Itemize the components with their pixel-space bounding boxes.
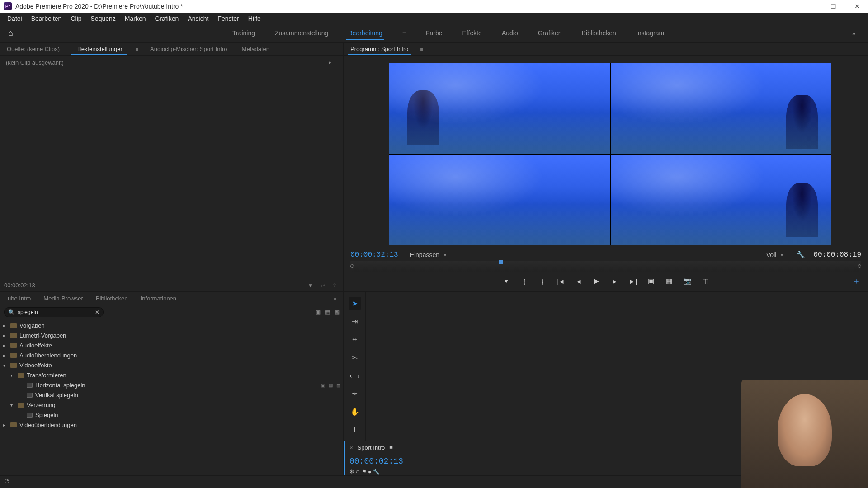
effect-spiegeln[interactable]: Spiegeln (0, 410, 343, 420)
menu-sequenz[interactable]: Sequenz (86, 13, 120, 24)
mark-out-icon[interactable]: } (538, 276, 547, 286)
workspace-grafiken[interactable]: Grafiken (536, 27, 564, 40)
sequence-name[interactable]: Sport Intro (358, 444, 385, 451)
slip-tool[interactable]: ⟷ (349, 369, 361, 382)
tree-audioueberblendungen[interactable]: ▸Audioüberblendungen (0, 350, 343, 360)
window-title: Adobe Premiere Pro 2020 - D:\Premiere Pr… (15, 3, 183, 10)
comparison-icon[interactable]: ◫ (700, 276, 710, 286)
hand-tool[interactable]: ✋ (349, 405, 361, 418)
tree-transformieren[interactable]: ▾Transformieren (0, 370, 343, 380)
go-to-in-icon[interactable]: |◄ (556, 276, 566, 286)
menu-marken[interactable]: Marken (120, 13, 151, 24)
workspace-overflow-icon[interactable]: » (847, 30, 860, 37)
tree-audioeffekte[interactable]: ▸Audioeffekte (0, 340, 343, 350)
ripple-edit-tool[interactable]: ↔ (349, 333, 361, 346)
workspace-audio[interactable]: Audio (500, 27, 520, 40)
wrench-tl-icon[interactable]: 🔧 (373, 469, 380, 475)
zoom-fit-dropdown[interactable]: Einpassen (410, 251, 439, 258)
tabs-overflow-icon[interactable]: » (330, 295, 340, 302)
tab-bibliotheken[interactable]: Bibliotheken (91, 293, 132, 304)
tab-audio-mixer[interactable]: Audioclip-Mischer: Sport Intro (147, 44, 230, 54)
workspace-bearbeitung[interactable]: Bearbeitung (346, 27, 384, 40)
settings-icon[interactable]: 🔧 (797, 251, 805, 259)
workspace-instagram[interactable]: Instagram (634, 27, 666, 40)
mark-in-icon[interactable]: { (519, 276, 529, 286)
chevron-down-icon[interactable]: ▾ (781, 253, 783, 258)
tree-verzerrung[interactable]: ▾Verzerrung (0, 400, 343, 410)
razor-tool[interactable]: ✂ (349, 351, 361, 364)
type-tool[interactable]: T (349, 423, 361, 436)
tab-source[interactable]: Quelle: (keine Clips) (4, 44, 62, 54)
tab-informationen[interactable]: Informationen (136, 293, 181, 304)
export-icon[interactable]: ⇪ (332, 282, 337, 289)
track-select-tool[interactable]: ⇥ (349, 315, 361, 328)
workspace-effekte[interactable]: Effekte (461, 27, 484, 40)
menu-grafiken[interactable]: Grafiken (151, 13, 184, 24)
step-back-icon[interactable]: ◄ (574, 276, 584, 286)
program-timecode[interactable]: 00:00:02:13 (350, 251, 398, 259)
close-button[interactable]: ✕ (850, 1, 864, 12)
tab-effect-controls[interactable]: Effekteinstellungen (71, 44, 127, 55)
search-icon: 🔍 (8, 309, 15, 315)
fx-badge-yuv-icon[interactable]: ▩ (335, 309, 340, 315)
program-scrubber[interactable] (350, 261, 861, 272)
add-marker-tl-icon[interactable]: ⚑ (362, 469, 367, 475)
lift-icon[interactable]: ▣ (646, 276, 656, 286)
panel-menu-icon[interactable]: ≡ (136, 47, 138, 52)
home-icon[interactable]: ⌂ (8, 28, 13, 38)
program-viewer[interactable] (389, 63, 831, 245)
button-editor-icon[interactable]: ＋ (851, 276, 861, 286)
tree-videoeffekte[interactable]: ▾Videoeffekte (0, 360, 343, 370)
menu-hilfe[interactable]: Hilfe (244, 13, 265, 24)
program-panel-menu-icon[interactable]: ≡ (420, 47, 423, 52)
extract-icon[interactable]: ▦ (664, 276, 674, 286)
maximize-button[interactable]: ☐ (826, 1, 841, 12)
timeline-panel-menu-icon[interactable]: ≡ (389, 444, 393, 451)
tree-vorgaben[interactable]: ▸Vorgaben (0, 320, 343, 330)
close-sequence-icon[interactable]: × (349, 444, 353, 451)
effect-horizontal-spiegeln[interactable]: Horizontal spiegeln▣▦▩ (0, 380, 343, 390)
status-bar: ◔ (0, 475, 868, 488)
workspace-menu-icon[interactable]: ≡ (401, 27, 408, 40)
effects-panel: ube Intro Media-Browser Bibliotheken Inf… (0, 292, 344, 488)
toggle-timeline-icon[interactable]: ▸ (329, 59, 331, 66)
snap-icon[interactable]: ❄ (349, 469, 354, 475)
chevron-down-icon[interactable]: ▾ (444, 253, 446, 258)
menu-bearbeiten[interactable]: Bearbeiten (27, 13, 66, 24)
app-icon: Pr (4, 2, 12, 10)
add-marker-icon[interactable]: ▾ (501, 276, 511, 286)
menu-datei[interactable]: Datei (3, 13, 27, 24)
play-icon[interactable]: ▶ (592, 276, 602, 286)
menu-ansicht[interactable]: Ansicht (183, 13, 213, 24)
linked-selection-icon[interactable]: ⊂ (355, 469, 360, 475)
timeline-timecode[interactable]: 00:00:02:13 (349, 457, 403, 466)
step-forward-icon[interactable]: ► (610, 276, 620, 286)
effect-vertikal-spiegeln[interactable]: Vertikal spiegeln (0, 390, 343, 400)
workspace-zusammenstellung[interactable]: Zusammenstellung (273, 27, 330, 40)
pen-tool[interactable]: ✒ (349, 387, 361, 400)
tab-project[interactable]: ube Intro (3, 293, 35, 304)
workspace-training[interactable]: Training (231, 27, 257, 40)
playhead-marker[interactable] (499, 260, 503, 264)
menu-clip[interactable]: Clip (66, 13, 86, 24)
resolution-dropdown[interactable]: Voll (766, 251, 777, 258)
export-frame-icon[interactable]: 📷 (682, 276, 692, 286)
timeline-settings-icon[interactable]: ● (368, 469, 371, 475)
play-only-icon[interactable]: ▸• (321, 282, 325, 289)
tree-lumetri[interactable]: ▸Lumetri-Vorgaben (0, 330, 343, 340)
tree-videoueberblendungen[interactable]: ▸Videoüberblendungen (0, 420, 343, 430)
tab-program[interactable]: Programm: Sport Intro (348, 44, 411, 55)
fx-badge-accel-icon[interactable]: ▣ (316, 309, 321, 315)
selection-tool[interactable]: ➤ (349, 297, 361, 310)
clear-search-icon[interactable]: ✕ (95, 309, 99, 315)
go-to-out-icon[interactable]: ►| (628, 276, 638, 286)
effects-search-input[interactable]: 🔍 spiegeln ✕ (4, 307, 104, 317)
minimize-button[interactable]: — (802, 1, 817, 12)
filter-icon[interactable]: ▼ (308, 282, 313, 289)
workspace-farbe[interactable]: Farbe (424, 27, 444, 40)
fx-badge-32bit-icon[interactable]: ▦ (325, 309, 330, 315)
workspace-bibliotheken[interactable]: Bibliotheken (580, 27, 618, 40)
tab-metadata[interactable]: Metadaten (239, 44, 272, 54)
tab-media-browser[interactable]: Media-Browser (39, 293, 87, 304)
menu-fenster[interactable]: Fenster (213, 13, 243, 24)
